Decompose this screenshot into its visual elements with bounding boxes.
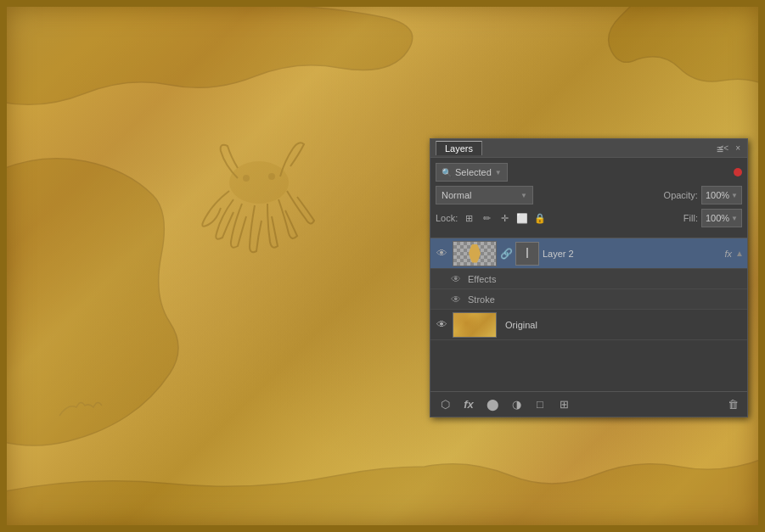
layer2-mask-icon: I [515,242,539,266]
lock-image-icon[interactable]: ✏ [480,211,493,225]
lock-artboard-icon[interactable]: ⬜ [515,211,529,225]
layers-empty-space [430,340,747,391]
fill-dropdown-arrow: ▼ [731,215,738,222]
selected-row: 🔍 Selected ▼ [436,163,742,182]
blend-mode-row: Normal ▼ Opacity: 100% ▼ [436,186,742,204]
layers-tab[interactable]: Layers [436,141,482,155]
layer-row-layer2[interactable]: 👁 🔗 I Layer 2 fx ▲ [430,238,747,269]
fill-label: Fill: [683,213,698,223]
original-name: Original [505,320,744,330]
effects-visibility-icon[interactable]: 👁 [451,273,461,285]
lock-row: Lock: ⊞ ✏ ✛ ⬜ 🔒 Fill: 100% ▼ [436,209,742,227]
fill-input[interactable]: 100% ▼ [701,209,742,227]
original-visibility-toggle[interactable]: 👁 [434,317,449,333]
selected-label: Selected [455,167,492,177]
layers-list: 👁 🔗 I Layer 2 fx ▲ 👁 Effects 👁 Stroke 👁 [430,238,747,391]
new-layer-button[interactable]: ⊞ [554,395,573,414]
selected-dropdown[interactable]: 🔍 Selected ▼ [436,163,508,182]
lock-pixels-icon[interactable]: ⊞ [462,211,475,225]
panel-tabs: Layers [436,141,482,155]
group-button[interactable]: □ [531,395,549,414]
stroke-row[interactable]: 👁 Stroke [430,289,747,310]
stroke-label: Stroke [468,294,495,305]
layers-panel: Layers << × ≡ 🔍 Selected ▼ Normal ▼ Opa [430,138,748,417]
search-icon: 🔍 [442,168,452,177]
layer2-name: Layer 2 [543,249,722,259]
mask-button[interactable]: ⬤ [483,395,502,414]
panel-titlebar: Layers << × [430,139,747,158]
opacity-value: 100% [706,190,729,200]
panel-body: 🔍 Selected ▼ Normal ▼ Opacity: 100% ▼ Lo… [430,158,747,238]
panel-close-button[interactable]: × [734,143,742,153]
layer2-link-icon[interactable]: 🔗 [500,248,512,260]
opacity-dropdown-arrow: ▼ [731,192,738,199]
lock-position-icon[interactable]: ✛ [498,211,511,225]
adjustment-button[interactable]: ◑ [507,395,526,414]
effects-label: Effects [468,274,496,284]
layer2-expand-icon[interactable]: ▲ [735,249,744,258]
fill-group: Fill: 100% ▼ [683,209,742,227]
panel-toolbar: ⬡ fx ⬤ ◑ □ ⊞ 🗑 [430,391,747,417]
delete-layer-button[interactable]: 🗑 [723,395,742,414]
lock-label: Lock: [436,213,458,223]
blend-dropdown-arrow: ▼ [520,192,527,199]
link-layers-button[interactable]: ⬡ [436,395,454,414]
layer2-visibility-toggle[interactable]: 👁 [434,246,449,261]
stroke-visibility-icon[interactable]: 👁 [451,294,461,305]
blend-mode-label: Normal [442,190,471,200]
lock-all-icon[interactable]: 🔒 [533,211,547,225]
original-thumbnail [453,312,497,338]
opacity-label: Opacity: [664,190,698,200]
panel-menu-button[interactable]: ≡ [717,143,723,156]
record-indicator [734,168,742,176]
fill-value: 100% [706,213,729,223]
effects-row[interactable]: 👁 Effects [430,269,747,289]
blend-mode-dropdown[interactable]: Normal ▼ [436,186,533,204]
opacity-group: Opacity: 100% ▼ [664,186,742,204]
selected-dropdown-arrow: ▼ [495,169,502,176]
fx-button[interactable]: fx [459,395,478,414]
layer-row-original[interactable]: 👁 Original [430,310,747,340]
layer2-thumbnail [453,241,497,266]
layer2-fx-badge: fx [725,249,733,259]
opacity-input[interactable]: 100% ▼ [701,186,742,204]
